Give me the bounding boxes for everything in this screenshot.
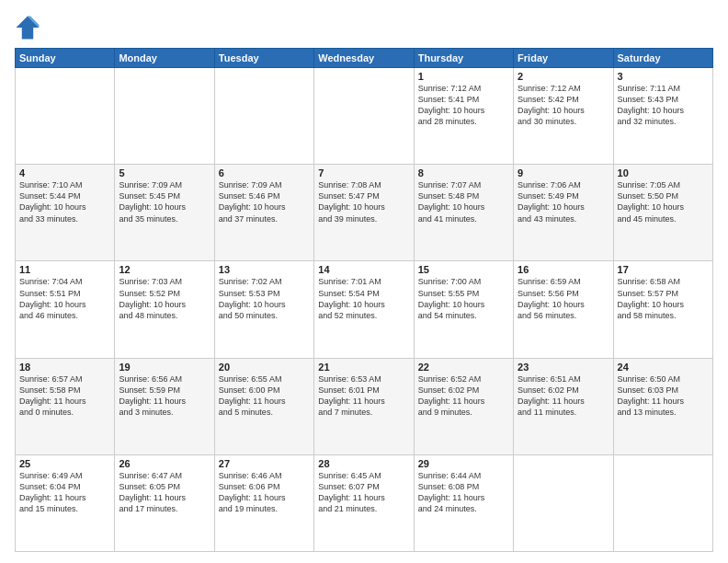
week-row-4: 18Sunrise: 6:57 AM Sunset: 5:58 PM Dayli… (16, 358, 713, 454)
day-number: 15 (418, 264, 509, 275)
day-info: Sunrise: 7:01 AM Sunset: 5:54 PM Dayligh… (318, 276, 409, 321)
calendar-cell: 14Sunrise: 7:01 AM Sunset: 5:54 PM Dayli… (314, 261, 414, 358)
calendar-cell (16, 68, 115, 165)
day-info: Sunrise: 6:55 AM Sunset: 6:00 PM Dayligh… (219, 373, 310, 419)
day-number: 13 (219, 264, 310, 275)
calendar-cell: 4Sunrise: 7:10 AM Sunset: 5:44 PM Daylig… (16, 165, 115, 261)
weekday-header-monday: Monday (115, 49, 214, 68)
day-info: Sunrise: 7:08 AM Sunset: 5:47 PM Dayligh… (318, 179, 409, 224)
day-number: 6 (219, 167, 310, 178)
day-number: 25 (19, 458, 110, 469)
calendar-cell: 19Sunrise: 6:56 AM Sunset: 5:59 PM Dayli… (115, 358, 214, 454)
weekday-header-row: SundayMondayTuesdayWednesdayThursdayFrid… (16, 49, 713, 68)
day-number: 7 (318, 167, 409, 178)
calendar-cell: 13Sunrise: 7:02 AM Sunset: 5:53 PM Dayli… (214, 261, 313, 358)
weekday-header-wednesday: Wednesday (314, 49, 414, 68)
day-info: Sunrise: 7:10 AM Sunset: 5:44 PM Dayligh… (19, 179, 110, 224)
day-number: 21 (318, 362, 409, 373)
day-number: 18 (19, 362, 110, 373)
week-row-3: 11Sunrise: 7:04 AM Sunset: 5:51 PM Dayli… (16, 261, 713, 358)
calendar-cell: 29Sunrise: 6:44 AM Sunset: 6:08 PM Dayli… (414, 454, 513, 551)
calendar-cell: 26Sunrise: 6:47 AM Sunset: 6:05 PM Dayli… (115, 454, 214, 551)
calendar-cell (514, 454, 613, 551)
day-info: Sunrise: 7:09 AM Sunset: 5:45 PM Dayligh… (119, 179, 210, 224)
weekday-header-sunday: Sunday (16, 49, 115, 68)
day-info: Sunrise: 6:57 AM Sunset: 5:58 PM Dayligh… (19, 373, 110, 419)
calendar-cell (314, 68, 414, 165)
day-info: Sunrise: 6:56 AM Sunset: 5:59 PM Dayligh… (119, 373, 210, 419)
day-info: Sunrise: 7:02 AM Sunset: 5:53 PM Dayligh… (219, 276, 310, 321)
day-number: 8 (418, 167, 509, 178)
day-info: Sunrise: 7:03 AM Sunset: 5:52 PM Dayligh… (119, 276, 210, 321)
calendar-cell: 9Sunrise: 7:06 AM Sunset: 5:49 PM Daylig… (514, 165, 613, 261)
day-number: 11 (19, 264, 110, 275)
calendar-cell: 18Sunrise: 6:57 AM Sunset: 5:58 PM Dayli… (16, 358, 115, 454)
weekday-header-friday: Friday (514, 49, 613, 68)
calendar-cell: 12Sunrise: 7:03 AM Sunset: 5:52 PM Dayli… (115, 261, 214, 358)
day-number: 20 (219, 362, 310, 373)
calendar-cell (115, 68, 214, 165)
day-info: Sunrise: 7:12 AM Sunset: 5:41 PM Dayligh… (418, 83, 509, 128)
day-info: Sunrise: 7:06 AM Sunset: 5:49 PM Dayligh… (518, 179, 609, 224)
svg-marker-0 (17, 17, 40, 40)
day-number: 10 (618, 167, 709, 178)
calendar-cell (214, 68, 313, 165)
day-number: 22 (418, 362, 509, 373)
page: SundayMondayTuesdayWednesdayThursdayFrid… (0, 0, 728, 563)
logo (15, 15, 44, 40)
day-info: Sunrise: 6:45 AM Sunset: 6:07 PM Dayligh… (318, 470, 409, 515)
day-number: 4 (19, 167, 110, 178)
day-info: Sunrise: 6:49 AM Sunset: 6:04 PM Dayligh… (19, 470, 110, 515)
day-info: Sunrise: 6:53 AM Sunset: 6:01 PM Dayligh… (318, 373, 409, 419)
weekday-header-saturday: Saturday (613, 49, 712, 68)
day-info: Sunrise: 6:59 AM Sunset: 5:56 PM Dayligh… (518, 276, 609, 321)
calendar-cell: 6Sunrise: 7:09 AM Sunset: 5:46 PM Daylig… (214, 165, 313, 261)
day-number: 1 (418, 71, 509, 82)
day-number: 29 (418, 458, 509, 469)
day-info: Sunrise: 6:51 AM Sunset: 6:02 PM Dayligh… (518, 373, 609, 419)
day-info: Sunrise: 7:07 AM Sunset: 5:48 PM Dayligh… (418, 179, 509, 224)
day-number: 2 (518, 71, 609, 82)
calendar-cell: 8Sunrise: 7:07 AM Sunset: 5:48 PM Daylig… (414, 165, 513, 261)
day-info: Sunrise: 6:50 AM Sunset: 6:03 PM Dayligh… (618, 373, 709, 419)
calendar-cell: 1Sunrise: 7:12 AM Sunset: 5:41 PM Daylig… (414, 68, 513, 165)
day-info: Sunrise: 7:12 AM Sunset: 5:42 PM Dayligh… (518, 83, 609, 128)
day-info: Sunrise: 7:00 AM Sunset: 5:55 PM Dayligh… (418, 276, 509, 321)
day-number: 16 (518, 264, 609, 275)
calendar-table: SundayMondayTuesdayWednesdayThursdayFrid… (15, 48, 713, 552)
calendar-cell: 27Sunrise: 6:46 AM Sunset: 6:06 PM Dayli… (214, 454, 313, 551)
calendar-cell: 20Sunrise: 6:55 AM Sunset: 6:00 PM Dayli… (214, 358, 313, 454)
weekday-header-tuesday: Tuesday (214, 49, 313, 68)
calendar-cell: 25Sunrise: 6:49 AM Sunset: 6:04 PM Dayli… (16, 454, 115, 551)
calendar-cell: 16Sunrise: 6:59 AM Sunset: 5:56 PM Dayli… (514, 261, 613, 358)
day-number: 24 (618, 362, 709, 373)
week-row-2: 4Sunrise: 7:10 AM Sunset: 5:44 PM Daylig… (16, 165, 713, 261)
calendar-cell: 2Sunrise: 7:12 AM Sunset: 5:42 PM Daylig… (514, 68, 613, 165)
calendar-cell (613, 454, 712, 551)
day-info: Sunrise: 6:47 AM Sunset: 6:05 PM Dayligh… (119, 470, 210, 515)
day-number: 23 (518, 362, 609, 373)
day-number: 17 (618, 264, 709, 275)
day-number: 27 (219, 458, 310, 469)
day-info: Sunrise: 7:05 AM Sunset: 5:50 PM Dayligh… (618, 179, 709, 224)
calendar-cell: 10Sunrise: 7:05 AM Sunset: 5:50 PM Dayli… (613, 165, 712, 261)
day-info: Sunrise: 6:44 AM Sunset: 6:08 PM Dayligh… (418, 470, 509, 515)
day-info: Sunrise: 6:58 AM Sunset: 5:57 PM Dayligh… (618, 276, 709, 321)
week-row-5: 25Sunrise: 6:49 AM Sunset: 6:04 PM Dayli… (16, 454, 713, 551)
calendar-cell: 23Sunrise: 6:51 AM Sunset: 6:02 PM Dayli… (514, 358, 613, 454)
day-info: Sunrise: 7:09 AM Sunset: 5:46 PM Dayligh… (219, 179, 310, 224)
week-row-1: 1Sunrise: 7:12 AM Sunset: 5:41 PM Daylig… (16, 68, 713, 165)
day-info: Sunrise: 7:11 AM Sunset: 5:43 PM Dayligh… (618, 83, 709, 128)
day-info: Sunrise: 6:52 AM Sunset: 6:02 PM Dayligh… (418, 373, 509, 419)
calendar-cell: 28Sunrise: 6:45 AM Sunset: 6:07 PM Dayli… (314, 454, 414, 551)
day-info: Sunrise: 6:46 AM Sunset: 6:06 PM Dayligh… (219, 470, 310, 515)
day-number: 9 (518, 167, 609, 178)
day-number: 5 (119, 167, 210, 178)
day-number: 3 (618, 71, 709, 82)
day-number: 26 (119, 458, 210, 469)
calendar-cell: 3Sunrise: 7:11 AM Sunset: 5:43 PM Daylig… (613, 68, 712, 165)
calendar-cell: 21Sunrise: 6:53 AM Sunset: 6:01 PM Dayli… (314, 358, 414, 454)
logo-icon (15, 15, 40, 40)
calendar-cell: 22Sunrise: 6:52 AM Sunset: 6:02 PM Dayli… (414, 358, 513, 454)
day-number: 12 (119, 264, 210, 275)
